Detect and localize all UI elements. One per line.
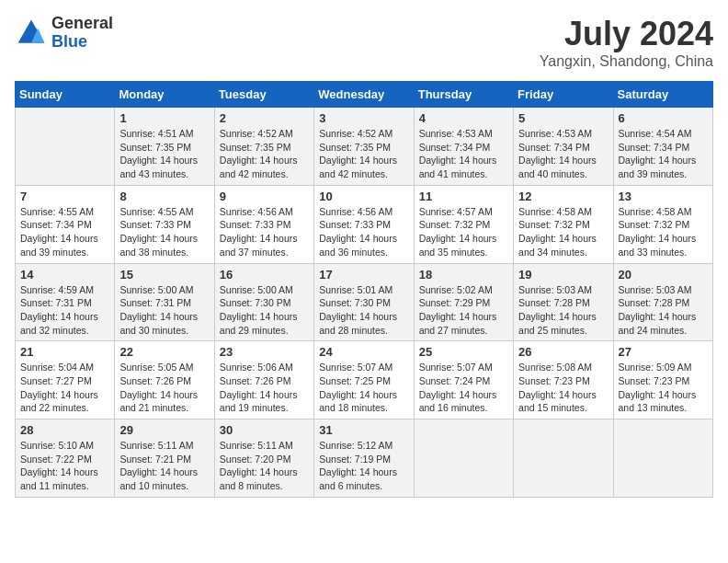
cell-details: Sunrise: 4:52 AMSunset: 7:35 PMDaylight:…	[220, 127, 309, 181]
calendar-cell: 11Sunrise: 4:57 AMSunset: 7:32 PMDayligh…	[414, 185, 513, 263]
day-number: 20	[619, 268, 708, 282]
day-number: 2	[220, 111, 309, 125]
cell-details: Sunrise: 5:00 AMSunset: 7:31 PMDaylight:…	[119, 283, 209, 338]
calendar-body: 1Sunrise: 4:51 AMSunset: 7:35 PMDaylight…	[16, 108, 713, 498]
calendar-week-row: 7Sunrise: 4:55 AMSunset: 7:34 PMDaylight…	[16, 185, 713, 263]
cell-details: Sunrise: 4:55 AMSunset: 7:33 PMDaylight:…	[119, 205, 209, 259]
day-number: 24	[319, 345, 408, 359]
cell-details: Sunrise: 4:59 AMSunset: 7:31 PMDaylight:…	[20, 283, 109, 338]
day-number: 6	[619, 111, 708, 125]
cell-details: Sunrise: 5:10 AMSunset: 7:22 PMDaylight:…	[20, 439, 109, 493]
calendar-cell: 8Sunrise: 4:55 AMSunset: 7:33 PMDaylight…	[115, 185, 214, 263]
calendar-cell: 17Sunrise: 5:01 AMSunset: 7:30 PMDayligh…	[314, 263, 414, 341]
day-number: 1	[119, 111, 209, 125]
calendar-cell: 15Sunrise: 5:00 AMSunset: 7:31 PMDayligh…	[115, 263, 214, 341]
cell-details: Sunrise: 5:02 AMSunset: 7:29 PMDaylight:…	[419, 283, 508, 338]
calendar-cell: 24Sunrise: 5:07 AMSunset: 7:25 PMDayligh…	[314, 341, 414, 419]
calendar-cell: 31Sunrise: 5:12 AMSunset: 7:19 PMDayligh…	[314, 419, 414, 498]
calendar-cell: 29Sunrise: 5:11 AMSunset: 7:21 PMDayligh…	[115, 419, 214, 498]
cell-details: Sunrise: 5:06 AMSunset: 7:26 PMDaylight:…	[220, 361, 309, 415]
day-of-week-tuesday: Tuesday	[214, 82, 313, 108]
day-number: 5	[518, 111, 608, 125]
day-of-week-thursday: Thursday	[414, 82, 513, 108]
cell-details: Sunrise: 5:11 AMSunset: 7:20 PMDaylight:…	[220, 439, 309, 493]
day-number: 29	[119, 423, 209, 437]
day-number: 27	[619, 345, 708, 359]
day-number: 9	[220, 190, 309, 203]
calendar-week-row: 1Sunrise: 4:51 AMSunset: 7:35 PMDaylight…	[16, 108, 713, 186]
day-number: 28	[20, 423, 109, 437]
cell-details: Sunrise: 4:58 AMSunset: 7:32 PMDaylight:…	[619, 205, 708, 259]
calendar-cell: 25Sunrise: 5:07 AMSunset: 7:24 PMDayligh…	[414, 341, 513, 419]
day-number: 21	[20, 345, 109, 359]
calendar-cell: 5Sunrise: 4:53 AMSunset: 7:34 PMDaylight…	[514, 108, 613, 186]
calendar-cell: 23Sunrise: 5:06 AMSunset: 7:26 PMDayligh…	[214, 341, 313, 419]
day-of-week-friday: Friday	[514, 82, 613, 108]
calendar-cell: 10Sunrise: 4:56 AMSunset: 7:33 PMDayligh…	[314, 185, 414, 263]
calendar-header: SundayMondayTuesdayWednesdayThursdayFrid…	[16, 82, 713, 108]
calendar-cell: 2Sunrise: 4:52 AMSunset: 7:35 PMDaylight…	[214, 108, 313, 186]
cell-details: Sunrise: 4:54 AMSunset: 7:34 PMDaylight:…	[619, 127, 708, 181]
day-number: 10	[319, 190, 408, 203]
cell-details: Sunrise: 5:03 AMSunset: 7:28 PMDaylight:…	[619, 283, 708, 338]
calendar-cell: 19Sunrise: 5:03 AMSunset: 7:28 PMDayligh…	[514, 263, 613, 341]
calendar-cell: 14Sunrise: 4:59 AMSunset: 7:31 PMDayligh…	[16, 263, 115, 341]
calendar-week-row: 14Sunrise: 4:59 AMSunset: 7:31 PMDayligh…	[16, 263, 713, 341]
day-number: 16	[220, 268, 309, 282]
day-number: 17	[319, 268, 408, 282]
calendar-cell: 21Sunrise: 5:04 AMSunset: 7:27 PMDayligh…	[16, 341, 115, 419]
calendar-cell: 13Sunrise: 4:58 AMSunset: 7:32 PMDayligh…	[613, 185, 712, 263]
calendar-cell: 27Sunrise: 5:09 AMSunset: 7:23 PMDayligh…	[613, 341, 712, 419]
calendar-table: SundayMondayTuesdayWednesdayThursdayFrid…	[15, 81, 713, 498]
page-header: General Blue July 2024 Yangxin, Shandong…	[15, 15, 713, 70]
cell-details: Sunrise: 5:07 AMSunset: 7:25 PMDaylight:…	[319, 361, 408, 415]
day-number: 14	[20, 268, 109, 282]
calendar-cell: 28Sunrise: 5:10 AMSunset: 7:22 PMDayligh…	[16, 419, 115, 498]
logo[interactable]: General Blue	[15, 15, 113, 52]
calendar-cell: 12Sunrise: 4:58 AMSunset: 7:32 PMDayligh…	[514, 185, 613, 263]
day-number: 3	[319, 111, 408, 125]
day-number: 26	[518, 345, 608, 359]
cell-details: Sunrise: 5:07 AMSunset: 7:24 PMDaylight:…	[419, 361, 508, 415]
calendar-cell	[514, 419, 613, 498]
calendar-cell	[613, 419, 712, 498]
day-of-week-sunday: Sunday	[16, 82, 115, 108]
cell-details: Sunrise: 4:57 AMSunset: 7:32 PMDaylight:…	[419, 205, 508, 259]
cell-details: Sunrise: 5:12 AMSunset: 7:19 PMDaylight:…	[319, 439, 408, 493]
calendar-cell: 22Sunrise: 5:05 AMSunset: 7:26 PMDayligh…	[115, 341, 214, 419]
day-of-week-saturday: Saturday	[613, 82, 712, 108]
cell-details: Sunrise: 4:52 AMSunset: 7:35 PMDaylight:…	[319, 127, 408, 181]
cell-details: Sunrise: 4:58 AMSunset: 7:32 PMDaylight:…	[518, 205, 608, 259]
day-number: 4	[419, 111, 508, 125]
day-number: 31	[319, 423, 408, 437]
logo-general-text: General	[51, 15, 113, 33]
calendar-cell: 7Sunrise: 4:55 AMSunset: 7:34 PMDaylight…	[16, 185, 115, 263]
cell-details: Sunrise: 5:09 AMSunset: 7:23 PMDaylight:…	[619, 361, 708, 415]
day-number: 7	[20, 190, 109, 203]
day-number: 11	[419, 190, 508, 203]
day-number: 15	[119, 268, 209, 282]
calendar-cell: 30Sunrise: 5:11 AMSunset: 7:20 PMDayligh…	[214, 419, 313, 498]
calendar-cell	[414, 419, 513, 498]
cell-details: Sunrise: 4:55 AMSunset: 7:34 PMDaylight:…	[20, 205, 109, 259]
calendar-cell	[16, 108, 115, 186]
day-of-week-monday: Monday	[115, 82, 214, 108]
calendar-title: July 2024	[540, 15, 713, 53]
day-header-row: SundayMondayTuesdayWednesdayThursdayFrid…	[16, 82, 713, 108]
logo-blue-text: Blue	[51, 33, 113, 52]
day-number: 12	[518, 190, 608, 203]
calendar-cell: 16Sunrise: 5:00 AMSunset: 7:30 PMDayligh…	[214, 263, 313, 341]
cell-details: Sunrise: 5:01 AMSunset: 7:30 PMDaylight:…	[319, 283, 408, 338]
day-number: 8	[119, 190, 209, 203]
cell-details: Sunrise: 5:03 AMSunset: 7:28 PMDaylight:…	[518, 283, 608, 338]
cell-details: Sunrise: 5:08 AMSunset: 7:23 PMDaylight:…	[518, 361, 608, 415]
calendar-cell: 20Sunrise: 5:03 AMSunset: 7:28 PMDayligh…	[613, 263, 712, 341]
calendar-cell: 4Sunrise: 4:53 AMSunset: 7:34 PMDaylight…	[414, 108, 513, 186]
cell-details: Sunrise: 5:00 AMSunset: 7:30 PMDaylight:…	[220, 283, 309, 338]
calendar-week-row: 28Sunrise: 5:10 AMSunset: 7:22 PMDayligh…	[16, 419, 713, 498]
calendar-cell: 6Sunrise: 4:54 AMSunset: 7:34 PMDaylight…	[613, 108, 712, 186]
logo-icon	[15, 17, 48, 50]
cell-details: Sunrise: 4:56 AMSunset: 7:33 PMDaylight:…	[220, 205, 309, 259]
title-block: July 2024 Yangxin, Shandong, China	[540, 15, 713, 70]
calendar-cell: 18Sunrise: 5:02 AMSunset: 7:29 PMDayligh…	[414, 263, 513, 341]
